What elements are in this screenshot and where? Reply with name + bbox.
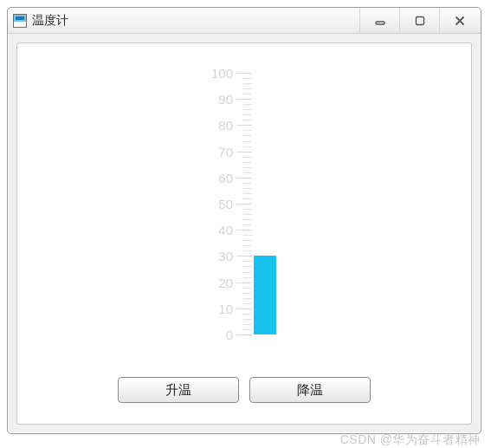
tick-label: 20 bbox=[218, 275, 233, 289]
tick-major bbox=[236, 204, 252, 205]
app-window: 温度计 1009080706050403020100 bbox=[7, 7, 481, 434]
watermark-text: CSDN @华为奋斗者精神 bbox=[340, 432, 481, 448]
tick-major bbox=[236, 256, 252, 256]
tick-minor bbox=[243, 120, 252, 120]
tick-minor bbox=[243, 277, 252, 278]
tick-minor bbox=[243, 235, 252, 236]
tick-minor bbox=[243, 214, 252, 215]
app-icon bbox=[13, 14, 27, 28]
tick-minor bbox=[243, 167, 252, 168]
heat-button[interactable]: 升温 bbox=[118, 377, 239, 403]
close-icon bbox=[454, 15, 466, 27]
tick-minor bbox=[243, 314, 252, 315]
tick-minor bbox=[243, 288, 252, 289]
tick-major bbox=[236, 152, 252, 153]
window-controls bbox=[359, 8, 479, 33]
tick-label: 60 bbox=[218, 170, 233, 185]
tick-minor bbox=[243, 109, 252, 110]
tick-label: 10 bbox=[218, 301, 233, 315]
tick-minor bbox=[243, 104, 252, 105]
tick-minor bbox=[243, 261, 252, 262]
tick-minor bbox=[243, 172, 252, 173]
content-panel: 1009080706050403020100 升温 降温 bbox=[16, 42, 472, 425]
tick-minor bbox=[243, 198, 252, 199]
minimize-button[interactable] bbox=[359, 8, 399, 33]
tick-minor bbox=[243, 88, 252, 89]
minimize-icon bbox=[374, 15, 386, 27]
tick-label: 80 bbox=[218, 118, 233, 133]
svg-rect-1 bbox=[416, 16, 423, 24]
tick-minor bbox=[243, 78, 252, 79]
tick-minor bbox=[243, 319, 252, 320]
tick-minor bbox=[243, 324, 252, 325]
svg-rect-0 bbox=[376, 22, 384, 24]
tick-label: 70 bbox=[218, 144, 233, 159]
tick-minor bbox=[243, 219, 252, 220]
tick-label: 50 bbox=[218, 197, 233, 211]
maximize-icon bbox=[414, 15, 426, 27]
tick-label: 0 bbox=[226, 328, 233, 342]
tick-minor bbox=[243, 303, 252, 304]
thermometer-mercury bbox=[254, 256, 276, 334]
tick-minor bbox=[243, 83, 252, 84]
window-title: 温度计 bbox=[32, 13, 68, 29]
tick-minor bbox=[243, 224, 252, 225]
tick-major bbox=[236, 125, 252, 126]
tick-minor bbox=[243, 114, 252, 115]
thermometer-tube bbox=[254, 73, 276, 334]
tick-minor bbox=[243, 298, 252, 299]
close-button[interactable] bbox=[439, 8, 479, 33]
tick-major bbox=[236, 99, 252, 100]
tick-major bbox=[236, 308, 252, 309]
cool-button[interactable]: 降温 bbox=[249, 377, 371, 403]
tick-major bbox=[236, 73, 252, 74]
tick-minor bbox=[243, 141, 252, 142]
tick-minor bbox=[243, 157, 252, 158]
thermometer-scale: 1009080706050403020100 bbox=[188, 69, 252, 338]
tick-minor bbox=[243, 329, 252, 330]
tick-minor bbox=[243, 250, 252, 251]
tick-label: 40 bbox=[218, 223, 233, 237]
tick-minor bbox=[243, 188, 252, 189]
tick-minor bbox=[243, 272, 252, 273]
thermometer: 1009080706050403020100 bbox=[188, 69, 300, 338]
tick-label: 90 bbox=[218, 92, 233, 107]
tick-label: 100 bbox=[211, 66, 233, 81]
tick-minor bbox=[243, 94, 252, 94]
tick-major bbox=[236, 282, 252, 283]
tick-minor bbox=[243, 209, 252, 210]
tick-minor bbox=[243, 135, 252, 136]
tick-minor bbox=[243, 130, 252, 131]
title-bar[interactable]: 温度计 bbox=[8, 8, 481, 34]
tick-minor bbox=[243, 146, 252, 147]
tick-major bbox=[236, 230, 252, 230]
maximize-button[interactable] bbox=[399, 8, 439, 33]
tick-minor bbox=[243, 193, 252, 194]
tick-minor bbox=[243, 266, 252, 267]
tick-minor bbox=[243, 162, 252, 163]
tick-label: 30 bbox=[218, 249, 233, 263]
tick-minor bbox=[243, 240, 252, 241]
button-row: 升温 降温 bbox=[17, 377, 471, 403]
tick-minor bbox=[243, 245, 252, 246]
tick-major bbox=[236, 178, 252, 179]
tick-minor bbox=[243, 293, 252, 294]
tick-minor bbox=[243, 183, 252, 184]
tick-major bbox=[236, 334, 252, 335]
